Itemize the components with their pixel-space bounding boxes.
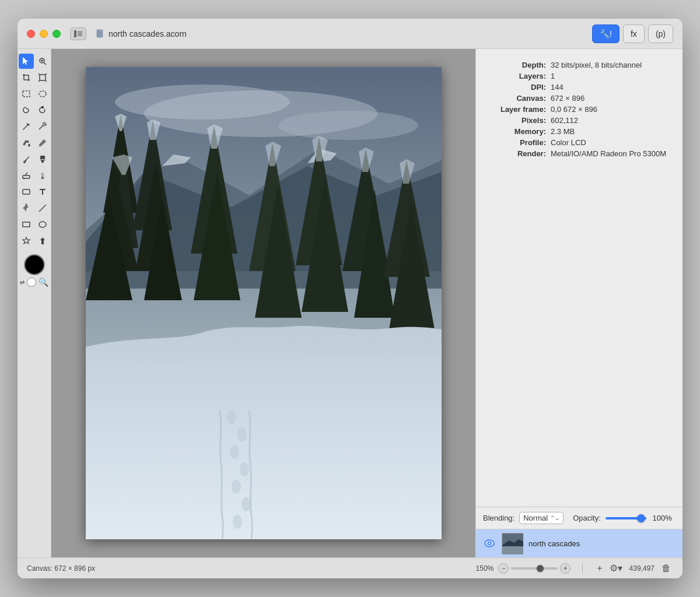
smart-select-tool[interactable] [35, 119, 50, 134]
add-layer-button[interactable]: + [594, 563, 604, 574]
layers-value: 1 [551, 72, 555, 80]
dpi-value: 144 [551, 83, 564, 92]
blending-label: Blending: [483, 514, 514, 522]
pencil-tool[interactable] [35, 135, 50, 150]
svg-rect-22 [40, 156, 45, 159]
layers-row: Layers: 1 [488, 72, 671, 80]
star-tool[interactable] [19, 233, 34, 248]
select-tool[interactable] [19, 54, 34, 69]
lasso-tool[interactable] [19, 103, 34, 118]
svg-point-74 [489, 543, 491, 545]
crop-tool[interactable] [19, 70, 34, 85]
main-window: north cascades.acorn 🔧! fx (p) [18, 19, 682, 578]
dpi-label: DPI: [488, 83, 546, 92]
profile-value: Color LCD [551, 138, 586, 147]
separator [582, 564, 583, 573]
ellipse-draw-tool[interactable] [35, 217, 50, 232]
render-label: Render: [488, 149, 546, 158]
svg-line-15 [46, 80, 47, 82]
zoom-slider[interactable] [511, 567, 558, 570]
layer-controls: + ⚙▾ [594, 563, 624, 574]
pen-tool[interactable] [19, 201, 34, 216]
rect-select-tool[interactable] [19, 86, 34, 101]
svg-rect-77 [502, 546, 523, 554]
color-wand-tool[interactable] [19, 119, 34, 134]
sidebar-toggle-button[interactable] [70, 27, 86, 40]
memory-label: Memory: [488, 127, 546, 136]
svg-point-66 [237, 427, 247, 441]
render-row: Render: Metal/IO/AMD Radeon Pro 5300M [488, 149, 671, 158]
tools-button[interactable]: 🔧! [592, 24, 620, 43]
toolbar-right: 🔧! fx (p) [592, 24, 673, 43]
maximize-button[interactable] [52, 30, 61, 38]
rect-draw-tool[interactable] [19, 217, 34, 232]
svg-point-25 [41, 173, 44, 176]
svg-rect-16 [23, 91, 30, 97]
line-tool[interactable] [35, 201, 50, 216]
zoom-tool[interactable] [35, 54, 50, 69]
layer-visibility-toggle[interactable] [483, 537, 496, 550]
dpi-row: DPI: 144 [488, 83, 671, 92]
paint-bucket-tool[interactable] [19, 135, 34, 150]
p-button[interactable]: (p) [648, 24, 673, 43]
svg-rect-2 [78, 33, 82, 34]
magic-lasso-tool[interactable] [35, 103, 50, 118]
fx-button[interactable]: fx [623, 24, 645, 43]
svg-rect-0 [74, 30, 76, 37]
background-color[interactable] [27, 278, 36, 287]
layer-settings-button[interactable]: ⚙▾ [607, 563, 625, 574]
blend-mode-dropdown[interactable]: Normal ⌃⌄ [519, 512, 564, 524]
eraser-tool[interactable] [19, 168, 34, 183]
delete-layer-button[interactable]: 🗑 [659, 563, 673, 574]
svg-point-65 [227, 410, 236, 424]
depth-value: 32 bits/pixel, 8 bits/channel [551, 61, 642, 69]
dodge-tool[interactable] [35, 168, 50, 183]
close-button[interactable] [27, 30, 35, 38]
svg-point-17 [39, 91, 46, 97]
depth-label: Depth: [488, 61, 546, 69]
ellipse-select-tool[interactable] [35, 86, 50, 101]
right-panel: Depth: 32 bits/pixel, 8 bits/channel Lay… [475, 49, 682, 557]
svg-point-35 [278, 111, 418, 140]
layers-panel: Blending: Normal ⌃⌄ Opacity: 100% [476, 507, 682, 557]
svg-point-20 [28, 144, 30, 147]
pixel-count: 439,497 [629, 564, 654, 573]
canvas-area[interactable] [51, 49, 475, 557]
zoom-icon[interactable]: 🔍 [38, 278, 48, 287]
zoom-level: 150% [476, 564, 494, 573]
swap-colors-icon[interactable]: ⇄ [20, 279, 24, 286]
svg-line-8 [44, 62, 46, 65]
canvas-image [86, 67, 442, 539]
zoom-in-button[interactable]: + [560, 563, 570, 574]
brush-tool[interactable] [19, 152, 34, 167]
layer-frame-label: Layer frame: [488, 105, 546, 114]
arrow-tool[interactable] [35, 233, 50, 248]
svg-marker-31 [23, 237, 30, 244]
opacity-value: 100% [651, 514, 672, 522]
layer-thumbnail [502, 533, 523, 554]
blend-mode-value: Normal [523, 514, 548, 522]
svg-point-21 [23, 161, 26, 163]
svg-point-30 [39, 222, 46, 227]
opacity-slider[interactable] [606, 517, 646, 519]
traffic-lights [27, 30, 61, 38]
svg-rect-23 [41, 160, 44, 163]
blending-bar: Blending: Normal ⌃⌄ Opacity: 100% [476, 507, 682, 529]
stamp-tool[interactable] [35, 152, 50, 167]
foreground-color[interactable] [24, 254, 45, 275]
color-section: ⇄ 🔍 [20, 254, 48, 287]
svg-point-18 [41, 107, 43, 108]
svg-rect-26 [23, 189, 30, 194]
rect-shape-tool[interactable] [19, 184, 34, 199]
opacity-label: Opacity: [573, 514, 601, 522]
layer-item[interactable]: north cascades [476, 529, 682, 557]
main-content: ⇄ 🔍 [18, 49, 682, 557]
svg-line-13 [46, 73, 47, 75]
document-title: north cascades.acorn [108, 29, 187, 38]
svg-line-28 [39, 205, 46, 212]
zoom-out-button[interactable]: − [498, 563, 509, 574]
transform-tool[interactable] [35, 70, 50, 85]
memory-row: Memory: 2.3 MB [488, 127, 671, 136]
minimize-button[interactable] [40, 30, 48, 38]
text-tool[interactable] [35, 184, 50, 199]
